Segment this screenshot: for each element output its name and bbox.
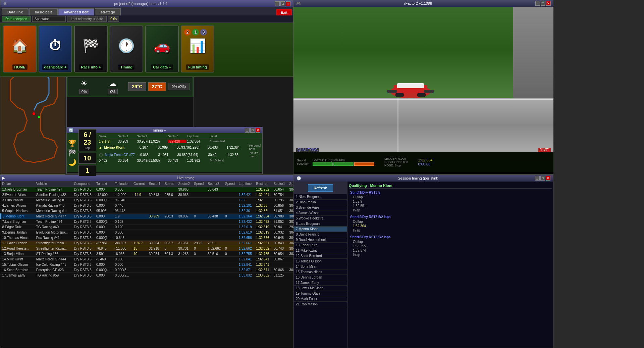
timing-min-button[interactable]: _ xyxy=(245,128,250,133)
driver-list-item[interactable]: 20.Mark Fuller xyxy=(294,296,347,302)
driver-list-item[interactable]: 7.Menno Klont xyxy=(294,227,347,232)
table-cell: 10 xyxy=(132,251,148,257)
timing-row-4: 0.402 30.654 30.849(61.503) 30.459 1:31.… xyxy=(99,159,261,162)
subtab-last-telemetry: Last telemetry update xyxy=(67,16,107,22)
svg-rect-15 xyxy=(397,83,424,88)
driver-list-item[interactable]: 9.Ruud Heesterbeek xyxy=(294,237,347,243)
table-cell xyxy=(163,208,177,214)
driver-list-item[interactable]: 12.Scott Bernford xyxy=(294,253,347,259)
table-cell: 304.3 xyxy=(288,187,293,192)
table-cell xyxy=(206,203,224,208)
svg-rect-16 xyxy=(387,90,397,93)
manager-max-button[interactable]: □ xyxy=(280,1,285,6)
table-cell: 30.754 xyxy=(272,192,288,198)
table-row: 8.Edgar RuizTG Racing #60Dry RST3.50.000… xyxy=(1,225,294,230)
driver-list-item[interactable]: 19.Tommy Otala xyxy=(294,291,347,296)
t-label-3: Next's best xyxy=(250,151,261,158)
table-cell: TG Racing #60 xyxy=(35,225,73,230)
driver-list-item[interactable]: 16.Dennis Jordan xyxy=(294,275,347,280)
table-cell: 17.James Early xyxy=(1,273,35,278)
table-cell xyxy=(177,225,193,230)
driver-list-item[interactable]: 17.James Early xyxy=(294,280,347,286)
table-cell: 1:32.656 xyxy=(237,235,255,241)
tab-advanced-belt[interactable]: advanced belt xyxy=(58,8,94,15)
full-timing-icon-button[interactable]: 2 1 3 📊 Full timing xyxy=(181,26,214,72)
driver-list-item[interactable]: 11.Mike Kwint xyxy=(294,248,347,253)
timing-close-button[interactable]: ✕ xyxy=(256,128,260,133)
driver-list-item[interactable]: 21.Rob Mason xyxy=(294,302,347,307)
col-header-sp3: Speed xyxy=(224,181,237,187)
table-cell: 3.591 xyxy=(95,251,114,257)
table-cell: 30.867 xyxy=(272,257,288,262)
manager-close-button[interactable]: ✕ xyxy=(286,1,290,6)
table-cell: 1:32.364 xyxy=(237,214,255,219)
table-cell: Dry RST3.5 xyxy=(72,187,95,192)
tab-strategy[interactable]: strategy xyxy=(95,8,121,15)
tab-basic-belt[interactable]: basic belt xyxy=(29,8,58,15)
driver-list-item[interactable]: 2.Dino Paolini xyxy=(294,200,347,205)
table-cell: Dry RST3.5 xyxy=(72,192,95,198)
driver-list-item[interactable]: 6.Lars Brugman xyxy=(294,221,347,227)
stint-section: Stint#3/Dry RST3.5/2 lapsOutlap1:33.2551… xyxy=(349,235,552,257)
table-cell: 303.7 xyxy=(288,219,293,225)
home-icon-button[interactable]: 🏠 HOME xyxy=(3,26,37,72)
rfactor-close-button[interactable]: ✕ xyxy=(546,1,551,6)
table-cell: 30.743 xyxy=(272,246,288,251)
table-cell: Dry RST3.5 xyxy=(72,251,95,257)
table-cell: 1:32.871 xyxy=(255,267,272,273)
table-cell: 8.Edgar Ruiz xyxy=(1,225,35,230)
rfactor-max-button[interactable]: □ xyxy=(541,1,545,6)
live-timing-icon: ▶ xyxy=(2,176,5,180)
stint-header: Qualifying - Menno Klont xyxy=(349,183,552,189)
weather-pct-2: 0% xyxy=(108,89,118,94)
rfactor-min-button[interactable]: _ xyxy=(535,1,540,6)
table-cell xyxy=(148,273,163,278)
table-cell: 304.3 xyxy=(288,241,293,246)
driver-list-item[interactable]: 18.Lewis McGlade xyxy=(294,286,347,291)
driver-list-item[interactable]: 14.Borja Milan xyxy=(294,264,347,269)
timing-max-button[interactable]: □ xyxy=(250,128,255,133)
driver-list-item[interactable]: 10.Edgar Ruiz xyxy=(294,243,347,248)
car-data-icon-button[interactable]: 🚗 Car data + xyxy=(145,26,179,72)
table-cell: Dry RST3.5 xyxy=(72,267,95,273)
driver-list-item[interactable]: 4.James Wilson xyxy=(294,210,347,216)
table-cell xyxy=(193,203,206,208)
driver-list-item[interactable]: 1.Niels Brugman xyxy=(294,194,347,200)
driver-list-item[interactable]: 8.David Francic xyxy=(294,232,347,237)
subtab-data-reception[interactable]: Data reception xyxy=(2,16,31,22)
manager-min-button[interactable]: _ xyxy=(275,1,280,6)
session-timing-max-button[interactable]: □ xyxy=(540,176,545,181)
table-cell: 1:32.662 xyxy=(237,246,255,251)
live-timing-scroll[interactable]: Driver Vehicle Compound To next To leade… xyxy=(0,181,293,346)
driver-list-item[interactable]: 5.Wopke Hoekstra xyxy=(294,216,347,221)
refresh-button[interactable]: Refresh xyxy=(308,184,333,192)
table-cell: -88.597 xyxy=(114,241,132,246)
t-s3-2: 30.438 xyxy=(207,146,226,149)
exit-button[interactable]: Exit xyxy=(276,9,292,15)
driver-list-item[interactable]: 15.Thomas Hinas xyxy=(294,269,347,275)
timing-lap-icon: 🏆 xyxy=(68,139,76,147)
race-info-icon-button[interactable]: 🏁 Race info + xyxy=(74,26,108,72)
session-timing-min-button[interactable]: _ xyxy=(535,176,540,181)
table-cell: 30.954 xyxy=(272,251,288,257)
home-label: HOME xyxy=(12,64,28,70)
driver-list-item[interactable]: 3.Sven de Vries xyxy=(294,205,347,210)
table-cell: Dry RST3.5 xyxy=(72,219,95,225)
sector-bar-3 xyxy=(354,162,374,166)
tab-data-link[interactable]: Data link xyxy=(2,8,29,15)
stint-item: 1:32.9 xyxy=(349,199,552,204)
timing-icon-button[interactable]: 🕐 Timing xyxy=(110,26,143,72)
table-cell: 30.948 xyxy=(272,235,288,241)
current-lap: 6 / 23 xyxy=(82,131,93,146)
table-cell: 0.000 xyxy=(95,203,114,208)
timing-title-text: Timing + xyxy=(152,128,166,132)
dashboard-icon-button[interactable]: ⏱ dashBoard + xyxy=(39,26,72,72)
table-cell: 0 xyxy=(163,246,177,251)
table-cell: 300.3 xyxy=(288,214,293,219)
driver-list-item[interactable]: 13.Tobias Olsson xyxy=(294,259,347,264)
table-cell xyxy=(206,225,224,230)
table-row: 16.Scott BernfordEnterprise GP #23Dry RS… xyxy=(1,267,294,273)
table-cell: 1:32.36 xyxy=(255,208,272,214)
table-cell: 10.Thomas Hinas xyxy=(1,235,35,241)
session-timing-close-button[interactable]: ✕ xyxy=(546,176,550,181)
